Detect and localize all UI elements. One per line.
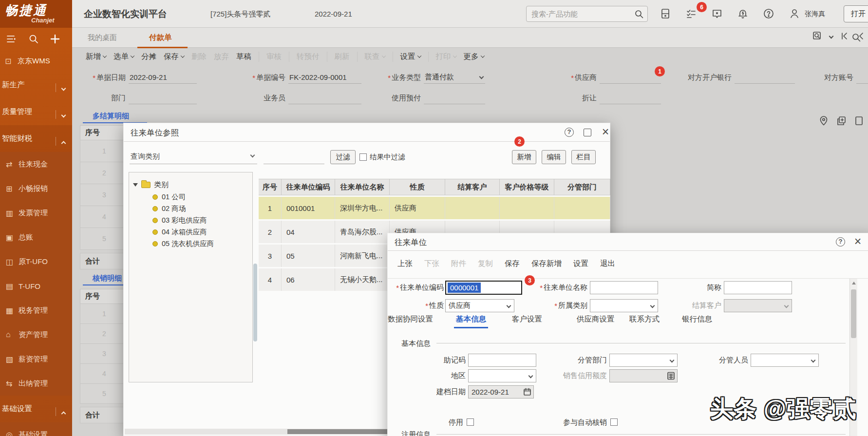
edit-tab-4[interactable]: 银行信息 xyxy=(682,314,712,324)
field-input[interactable] xyxy=(735,71,795,84)
alias-input[interactable] xyxy=(724,281,792,294)
tab-writeoff-detail[interactable]: 核销明细 xyxy=(93,274,122,283)
edit-tab-1[interactable]: 客户设置 xyxy=(512,314,542,324)
query-category-select[interactable]: 查询类别 xyxy=(130,150,257,164)
tab-0[interactable]: 我的桌面 xyxy=(86,33,119,42)
table-column-header-4[interactable]: 结算客户 xyxy=(445,179,500,195)
nature-select[interactable]: 供应商 xyxy=(445,299,514,312)
dept-select[interactable] xyxy=(609,354,678,367)
prev-record-icon[interactable] xyxy=(856,31,866,41)
field-input[interactable] xyxy=(424,92,485,104)
edit-tab-3[interactable]: 联系方式 xyxy=(629,314,660,324)
toolbar-button-10[interactable]: 联查 xyxy=(365,52,393,62)
disable-checkbox[interactable] xyxy=(467,418,474,426)
calculator-icon[interactable] xyxy=(667,372,675,380)
first-record-icon[interactable] xyxy=(840,31,849,41)
preview-chevron-icon[interactable] xyxy=(829,34,834,38)
table-column-header-5[interactable]: 客户价格等级 xyxy=(500,179,554,195)
filter-text-input[interactable] xyxy=(264,150,324,164)
mnemonic-input[interactable] xyxy=(468,354,536,367)
edit-toolbar-button-4[interactable]: 保存 xyxy=(505,259,520,269)
doc-icon[interactable] xyxy=(853,115,864,126)
field-input[interactable] xyxy=(856,71,868,84)
tree-root-node[interactable]: 类别 xyxy=(133,180,169,190)
edit-toolbar-button-2[interactable]: 附件 xyxy=(451,259,466,269)
toolbar-button-6[interactable]: 草稿 xyxy=(236,52,259,62)
toolbar-button-4[interactable]: 删除 xyxy=(191,52,207,62)
columns-button[interactable]: 栏目 xyxy=(571,150,596,164)
menu-icon[interactable] xyxy=(6,33,18,45)
dialog-close-icon[interactable] xyxy=(853,237,863,246)
edit-tab-2[interactable]: 供应商设置 xyxy=(577,314,615,324)
sidebar-item-8[interactable]: ◫ 原T-UFO xyxy=(0,249,72,274)
tree-node-0[interactable]: 01 公司 xyxy=(152,191,214,203)
field-input[interactable] xyxy=(288,92,361,104)
dialog-help-icon[interactable] xyxy=(565,128,574,137)
copy-add-icon[interactable] xyxy=(836,115,847,126)
sidebar-item-3[interactable]: 智能财税 xyxy=(0,125,72,152)
search-input[interactable] xyxy=(531,8,629,20)
toolbar-button-7[interactable]: 审核 xyxy=(266,52,289,62)
toolbar-button-12[interactable]: 打印 xyxy=(436,52,456,62)
edit-toolbar-button-7[interactable]: 退出 xyxy=(600,259,615,269)
toolbar-button-2[interactable]: 分摊 xyxy=(141,52,156,62)
new-button[interactable]: 新增 xyxy=(512,150,536,164)
sidebar-item-2[interactable]: 质量管理 xyxy=(0,98,72,125)
field-input[interactable]: 普通付款 xyxy=(424,71,485,84)
tree-table-splitter[interactable] xyxy=(253,264,257,341)
location-pin-icon[interactable] xyxy=(818,115,829,126)
field-input[interactable] xyxy=(129,92,197,104)
edit-toolbar-button-1[interactable]: 下张 xyxy=(424,259,439,269)
table-column-header-6[interactable]: 分管部门 xyxy=(554,179,610,195)
edit-toolbar-button-5[interactable]: 保存新增 xyxy=(531,259,562,269)
preview-icon[interactable] xyxy=(812,31,823,41)
task-list-icon[interactable] xyxy=(685,8,697,19)
edit-toolbar-button-3[interactable]: 复制 xyxy=(478,259,493,269)
sidebar-item-11[interactable]: ⌂ 资产管理 xyxy=(0,322,72,347)
edit-toolbar-button-0[interactable]: 上张 xyxy=(397,259,413,269)
scroll-up-icon[interactable] xyxy=(852,282,856,284)
sidebar-item-12[interactable]: ▧ 薪资管理 xyxy=(0,347,72,371)
tree-node-2[interactable]: 03 彩电供应商 xyxy=(152,214,214,226)
search-icon[interactable] xyxy=(635,10,643,19)
sidebar-item-14[interactable]: 基础设置 xyxy=(0,396,72,422)
sidebar-item-0[interactable]: ⊡ 京东WMS xyxy=(0,50,72,72)
sidebar-item-4[interactable]: ⇄ 往来现金 xyxy=(0,152,72,176)
sidebar-item-7[interactable]: ▣ 总账 xyxy=(0,225,72,249)
scrollbar-thumb[interactable] xyxy=(851,289,856,338)
filter-in-results-checkbox[interactable] xyxy=(359,153,367,161)
grid-column-header[interactable]: 序号 xyxy=(80,125,129,140)
toolbar-button-8[interactable]: 转预付 xyxy=(297,52,327,62)
user-icon[interactable] xyxy=(789,8,800,19)
field-input[interactable]: FK-2022-09-0001 xyxy=(288,71,361,84)
tree-node-3[interactable]: 04 冰箱供应商 xyxy=(152,226,214,238)
table-column-header-2[interactable]: 往来单位名称 xyxy=(335,179,390,195)
dialog-close-icon[interactable] xyxy=(601,127,610,137)
help-icon[interactable] xyxy=(763,8,774,19)
filter-button[interactable]: 过滤 xyxy=(330,150,356,164)
table-column-header-3[interactable]: 性质 xyxy=(390,179,445,195)
sidebar-item-9[interactable]: ▤ T-UFO xyxy=(0,274,72,298)
open-app-button[interactable]: 打开 xyxy=(844,5,868,22)
sidebar-item-10[interactable]: ▦ 税务管理 xyxy=(0,298,72,322)
sidebar-item-13[interactable]: ⇆ 出纳管理 xyxy=(0,371,72,396)
category-select[interactable] xyxy=(590,299,658,312)
field-input[interactable]: 2022-09-21 xyxy=(129,71,197,84)
created-date-input[interactable]: 2022-09-21 xyxy=(468,385,534,398)
table-column-header-0[interactable]: 序号 xyxy=(259,179,282,195)
calculator-icon[interactable] xyxy=(660,8,671,19)
name-input[interactable] xyxy=(590,281,658,294)
table-column-header-1[interactable]: 往来单位编码 xyxy=(282,179,335,195)
tree-node-1[interactable]: 02 商场 xyxy=(152,203,214,214)
tree-expand-icon[interactable] xyxy=(133,183,138,187)
brand-logo[interactable]: 畅捷通 Chanjet xyxy=(0,0,72,28)
field-input[interactable]: 1 xyxy=(600,71,661,84)
edit-tab-5[interactable]: 数据协同设置 xyxy=(388,314,433,324)
toolbar-button-0[interactable]: 新增 xyxy=(86,52,106,62)
sidebar-item-15[interactable]: ◎ 基础设置 xyxy=(0,422,72,436)
edit-button[interactable]: 编辑 xyxy=(542,150,566,164)
field-input[interactable] xyxy=(600,92,661,104)
message-icon[interactable] xyxy=(711,8,723,19)
toolbar-button-1[interactable]: 选单 xyxy=(113,52,134,62)
region-select[interactable] xyxy=(468,369,536,382)
